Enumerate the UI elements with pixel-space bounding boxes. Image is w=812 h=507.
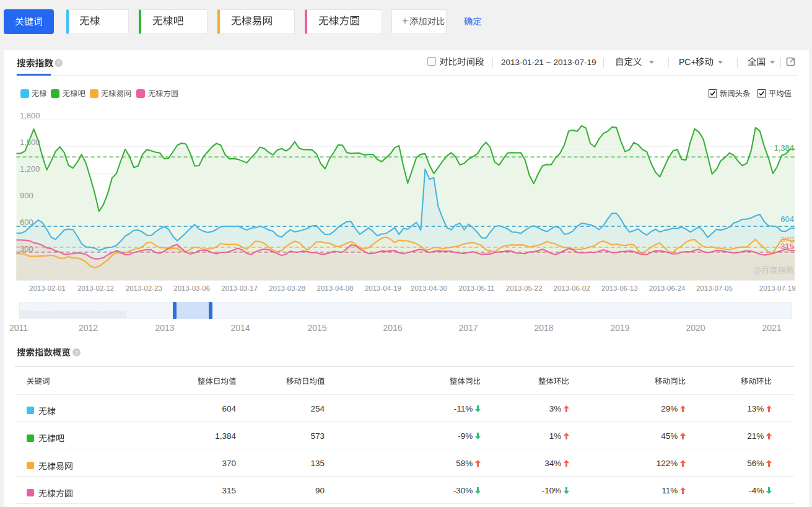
svg-text:?: ? — [57, 59, 60, 66]
svg-text:?: ? — [75, 349, 78, 356]
